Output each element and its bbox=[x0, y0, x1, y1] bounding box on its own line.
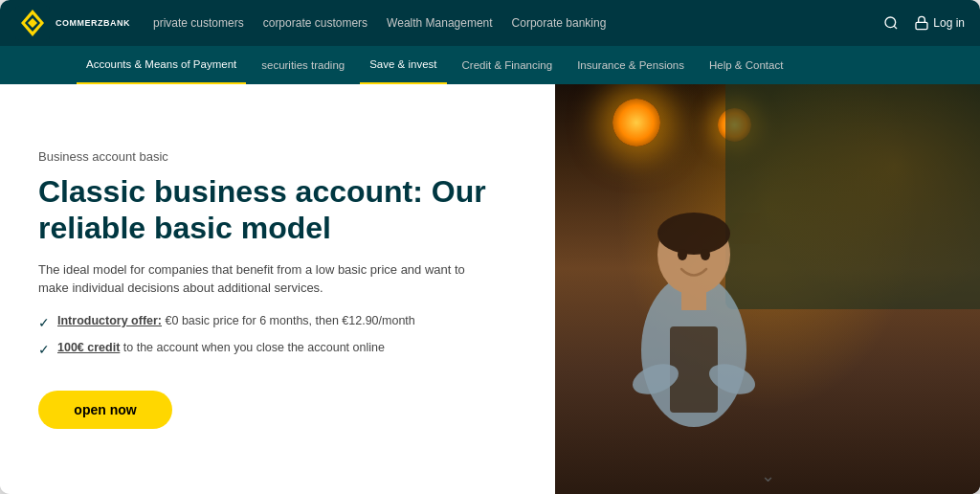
svg-point-4 bbox=[885, 17, 896, 28]
svg-rect-10 bbox=[681, 291, 706, 310]
top-nav: COMMERZBANK private customers corporate … bbox=[0, 0, 980, 46]
nav-help[interactable]: Help & Contact bbox=[700, 46, 792, 84]
search-button[interactable] bbox=[883, 15, 899, 31]
checklist-item-1-text: Introductory offer: €0 basic price for 6… bbox=[57, 313, 415, 330]
top-nav-right: Log in bbox=[883, 15, 965, 31]
checklist-item-2-bold: 100€ credit bbox=[57, 341, 120, 354]
top-nav-links: private customers corporate customers We… bbox=[153, 16, 883, 30]
person-figure bbox=[574, 159, 813, 494]
left-panel: Business account basic Classic business … bbox=[0, 84, 555, 494]
nav-corporate-customers[interactable]: corporate customers bbox=[263, 16, 368, 30]
open-now-button[interactable]: open now bbox=[38, 391, 172, 429]
checklist-item-1-bold: Introductory offer: bbox=[57, 314, 162, 327]
hero-subtext: The ideal model for companies that benef… bbox=[38, 260, 479, 298]
nav-securities[interactable]: securities trading bbox=[252, 46, 354, 84]
svg-point-15 bbox=[701, 249, 710, 260]
check-icon-1: ✓ bbox=[38, 314, 50, 333]
nav-credit[interactable]: Credit & Financing bbox=[453, 46, 563, 84]
checklist-item-2: ✓ 100€ credit to the account when you cl… bbox=[38, 340, 517, 360]
second-nav: Accounts & Means of Payment securities t… bbox=[0, 46, 980, 84]
login-button[interactable]: Log in bbox=[914, 15, 965, 31]
scroll-chevron-icon[interactable]: ⌄ bbox=[761, 465, 775, 486]
checklist: ✓ Introductory offer: €0 basic price for… bbox=[38, 313, 517, 368]
login-label: Log in bbox=[933, 16, 965, 30]
light-bulb-1 bbox=[612, 99, 660, 146]
logo-text: COMMERZBANK bbox=[56, 18, 130, 29]
right-panel: ⌄ bbox=[555, 84, 980, 494]
scroll-indicator: ⌄ bbox=[555, 465, 980, 486]
nav-insurance[interactable]: Insurance & Pensions bbox=[568, 46, 694, 84]
nav-accounts[interactable]: Accounts & Means of Payment bbox=[77, 46, 246, 84]
checklist-item-2-text: 100€ credit to the account when you clos… bbox=[57, 340, 385, 357]
checklist-item-1: ✓ Introductory offer: €0 basic price for… bbox=[38, 313, 517, 333]
commerzbank-logo-icon bbox=[15, 6, 50, 40]
lock-icon bbox=[914, 15, 929, 31]
search-icon bbox=[883, 15, 899, 31]
browser-window: COMMERZBANK private customers corporate … bbox=[0, 0, 980, 494]
nav-wealth-management[interactable]: Wealth Management bbox=[387, 16, 493, 30]
hero-headline: Classic business account: Our reliable b… bbox=[38, 173, 517, 247]
logo-area[interactable]: COMMERZBANK bbox=[15, 6, 130, 40]
svg-point-14 bbox=[678, 249, 687, 260]
hero-image: ⌄ bbox=[555, 84, 980, 494]
svg-rect-6 bbox=[916, 22, 927, 29]
svg-point-9 bbox=[657, 213, 730, 255]
check-icon-2: ✓ bbox=[38, 341, 50, 360]
eyebrow-text: Business account basic bbox=[38, 149, 517, 164]
nav-private-customers[interactable]: private customers bbox=[153, 16, 244, 30]
nav-save-invest[interactable]: Save & invest bbox=[360, 46, 446, 84]
main-content: Business account basic Classic business … bbox=[0, 84, 980, 494]
svg-line-5 bbox=[894, 26, 897, 29]
nav-corporate-banking[interactable]: Corporate banking bbox=[512, 16, 607, 30]
